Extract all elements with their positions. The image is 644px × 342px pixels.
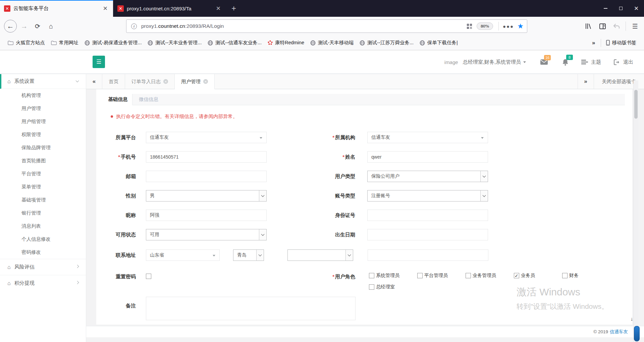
sidebar-item-basic-items[interactable]: 基础项管理: [0, 193, 86, 207]
bookmark-item[interactable]: 测试--江苏万舜业务...: [357, 40, 417, 46]
messages-badge: 16: [544, 55, 551, 60]
sidebar-item-usergroup-mgmt[interactable]: 用户组管理: [0, 115, 86, 128]
page-actions-icon[interactable]: ●●●: [503, 23, 514, 29]
messages-button[interactable]: 16: [540, 59, 548, 65]
qr-code-icon[interactable]: [467, 24, 472, 29]
tabs-scroll-left-icon[interactable]: «: [86, 74, 102, 89]
checkbox[interactable]: [466, 273, 471, 278]
province-dropdown[interactable]: 山东省: [146, 249, 220, 261]
url-text[interactable]: proxy1.countnet.cn:20893/RA/Login: [141, 23, 224, 29]
birth-date-input[interactable]: [367, 229, 488, 240]
library-icon[interactable]: [581, 23, 595, 29]
role-business-admin[interactable]: 业务管理员: [464, 273, 512, 279]
home-button[interactable]: ⌂: [44, 22, 58, 30]
browser-tab-inactive[interactable]: ✕ proxy1.countnet.cn:20893/Ta ✕: [113, 0, 226, 17]
site-info-icon[interactable]: i: [131, 23, 137, 29]
minimize-button[interactable]: [598, 0, 613, 17]
zoom-level-badge[interactable]: 80%: [477, 22, 493, 30]
window-controls: ✕: [598, 0, 644, 17]
sidebar-toggle-icon[interactable]: [595, 23, 609, 29]
tabs-scroll-right-icon[interactable]: »: [578, 74, 594, 89]
page-tab-user-mgmt[interactable]: 用户管理✕: [175, 74, 215, 89]
maximize-button[interactable]: [613, 0, 629, 17]
scrollbar-thumb[interactable]: [634, 90, 638, 119]
sidebar-item-org-mgmt[interactable]: 机构管理: [0, 89, 86, 102]
back-button[interactable]: ←: [4, 20, 17, 33]
tab-basic-info[interactable]: 基础信息: [104, 94, 132, 105]
url-bar[interactable]: i proxy1.countnet.cn:20893/RA/Login 80% …: [126, 19, 527, 33]
district-select[interactable]: [287, 249, 353, 261]
bookmark-item[interactable]: 测试-天丰移动端: [307, 40, 357, 46]
tab-wechat-info[interactable]: 微信信息: [132, 94, 165, 105]
email-input[interactable]: [146, 171, 267, 182]
address-detail-input[interactable]: [368, 249, 488, 261]
account-type-select[interactable]: 注册账号: [367, 190, 488, 202]
role-gm-office[interactable]: 总经理室: [367, 284, 416, 290]
user-roles-dropdown[interactable]: 总经理室,财务,系统管理员: [463, 59, 526, 65]
bookmark-folder[interactable]: 火狐官方站点: [5, 40, 48, 46]
forward-button[interactable]: →: [17, 22, 31, 30]
sidebar-item-insurance-brand[interactable]: 保险品牌管理: [0, 141, 86, 154]
org-dropdown[interactable]: 信通车友: [367, 132, 488, 143]
city-select[interactable]: 青岛: [233, 249, 264, 261]
vertical-scrollbar[interactable]: [633, 80, 638, 342]
close-tab-icon[interactable]: ✕: [163, 79, 168, 84]
close-tab-icon[interactable]: ✕: [203, 79, 208, 84]
bookmark-item[interactable]: 保单下载任务|: [417, 40, 461, 46]
new-tab-button[interactable]: +: [226, 0, 241, 17]
browser-tab-active[interactable]: ✕ 云智能车务平台 ✕: [0, 0, 113, 17]
bookmark-item[interactable]: 测试--天丰业务管理...: [145, 40, 205, 46]
platform-dropdown[interactable]: 信通车友: [146, 132, 267, 143]
sidebar-item-menu-mgmt[interactable]: 菜单管理: [0, 180, 86, 193]
role-finance[interactable]: 财务: [560, 273, 609, 279]
status-select[interactable]: 可用: [146, 229, 267, 240]
tab-close-icon[interactable]: ✕: [102, 5, 109, 12]
sidebar-item-profile-edit[interactable]: 个人信息修改: [0, 233, 86, 246]
role-sys-admin[interactable]: 系统管理员: [367, 273, 416, 279]
role-salesman[interactable]: 业务员: [512, 273, 560, 279]
mobile-bookmarks[interactable]: 移动版书签: [603, 40, 640, 46]
sidebar-item-home-carousel[interactable]: 首页轮播图: [0, 154, 86, 167]
sidebar-collapse-button[interactable]: ☰: [93, 56, 105, 68]
id-number-input[interactable]: [367, 210, 488, 221]
sidebar-section-system-settings[interactable]: ⌂ 系统设置: [0, 74, 86, 89]
sidebar-item-bank-mgmt[interactable]: 银行管理: [0, 207, 86, 220]
bookmark-item[interactable]: 康特Redmine: [265, 40, 307, 46]
user-type-select[interactable]: 保险公司用户: [367, 171, 488, 182]
name-input[interactable]: [367, 151, 488, 163]
tab-close-icon[interactable]: ✕: [215, 5, 222, 12]
nickname-input[interactable]: [146, 210, 267, 221]
reset-password-checkbox[interactable]: [146, 274, 151, 279]
notifications-button[interactable]: 8: [562, 59, 569, 66]
bookmarks-overflow-icon[interactable]: »: [589, 40, 598, 46]
bookmark-item[interactable]: 测试-易保通业务管理...: [82, 40, 145, 46]
page-tab-order-log[interactable]: 订单导入日志✕: [125, 74, 175, 89]
sidebar-item-permission-mgmt[interactable]: 权限管理: [0, 128, 86, 141]
checkbox-checked[interactable]: [514, 273, 519, 278]
close-button[interactable]: ✕: [629, 0, 644, 17]
sidebar-section-risk[interactable]: ⌂ 风险评估: [0, 259, 86, 275]
brand-link[interactable]: 信通车友: [610, 329, 628, 335]
theme-button[interactable]: 主题: [581, 59, 601, 65]
bookmark-item[interactable]: 测试--信通车友业务...: [205, 40, 265, 46]
undo-icon[interactable]: [609, 23, 624, 29]
sidebar-section-points[interactable]: ⌂ 积分提现: [0, 275, 86, 291]
reload-button[interactable]: ⟳: [31, 22, 44, 30]
browser-menu-icon[interactable]: ☰: [628, 22, 642, 30]
sidebar-item-user-mgmt[interactable]: 用户管理: [0, 102, 86, 115]
sidebar-item-platform-mgmt[interactable]: 平台管理: [0, 167, 86, 180]
sidebar-item-password-edit[interactable]: 密码修改: [0, 246, 86, 259]
page-tab-home[interactable]: 首页: [102, 74, 125, 89]
gender-select[interactable]: 男: [146, 190, 267, 202]
checkbox[interactable]: [369, 284, 374, 290]
checkbox[interactable]: [562, 273, 568, 278]
logout-button[interactable]: 退出: [614, 59, 633, 65]
checkbox[interactable]: [417, 273, 423, 278]
mobile-input[interactable]: [146, 151, 267, 163]
sidebar-item-message-list[interactable]: 消息列表: [0, 220, 86, 233]
role-platform-admin[interactable]: 平台管理员: [416, 273, 464, 279]
remark-textarea[interactable]: [146, 297, 356, 320]
bookmark-folder[interactable]: 常用网址: [48, 40, 82, 46]
checkbox[interactable]: [369, 273, 374, 278]
bookmark-star-icon[interactable]: ★: [517, 22, 524, 30]
